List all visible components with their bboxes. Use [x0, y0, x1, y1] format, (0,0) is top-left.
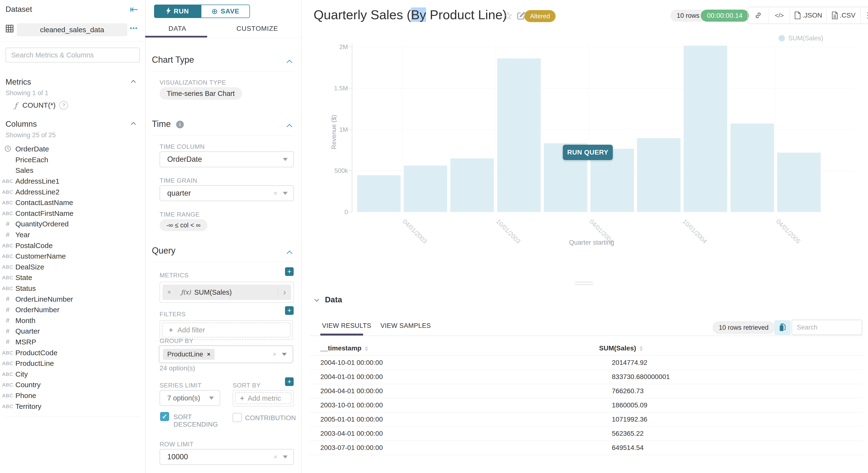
column-item[interactable]: #MSRP — [0, 337, 145, 348]
collapse-sidebar-icon[interactable]: ⇤ — [130, 3, 138, 15]
altered-badge[interactable]: Altered — [524, 10, 556, 22]
menu-icon[interactable] — [861, 7, 868, 24]
group-by-tag[interactable]: ProductLine × — [163, 349, 215, 360]
remove-metric-icon[interactable]: × — [162, 288, 176, 296]
add-filter-button[interactable]: + — [285, 306, 294, 315]
time-range-value[interactable]: -∞ ≤ col < ∞ — [160, 219, 207, 231]
series-limit-select[interactable]: 7 option(s) — [160, 390, 220, 406]
column-header-sum-sales[interactable]: SUM(Sales) — [599, 344, 643, 352]
expand-metric-icon[interactable]: › — [278, 287, 291, 297]
column-item[interactable]: ABCState — [0, 272, 145, 283]
column-item[interactable]: ABCContactFirstName — [0, 208, 145, 219]
edit-title-icon[interactable] — [517, 11, 525, 21]
run-button[interactable]: RUN — [154, 5, 201, 18]
chart-bar[interactable] — [777, 153, 821, 212]
tab-customize[interactable]: CUSTOMIZE — [237, 25, 278, 32]
columns-collapse-icon[interactable] — [131, 122, 136, 127]
table-row[interactable]: 2004-04-01 00:00:00766260.73 — [310, 384, 863, 398]
column-item[interactable]: #OrderLineNumber — [0, 294, 145, 305]
column-header-timestamp[interactable]: __timestamp — [320, 344, 599, 352]
chart-title[interactable]: Quarterly Sales (By Product Line) — [314, 7, 507, 22]
column-item[interactable]: ABCAddressLine1 — [0, 176, 145, 187]
column-item[interactable]: PriceEach — [0, 155, 145, 165]
table-row[interactable]: 2004-10-01 00:00:002014774.92 — [310, 355, 863, 370]
column-item[interactable]: ABCStatus — [0, 283, 145, 294]
table-row[interactable]: 2003-10-01 00:00:001860005.09 — [310, 398, 863, 412]
pane-resize-handle[interactable] — [575, 282, 593, 282]
dataset-name[interactable]: cleaned_sales_data — [17, 23, 127, 36]
metric-item[interactable]: ƒ COUNT(*) ? — [9, 101, 68, 109]
chart-bar[interactable] — [731, 124, 774, 212]
table-row[interactable]: 2005-01-01 00:00:001071992.36 — [310, 412, 863, 427]
tab-data[interactable]: DATA — [168, 25, 186, 32]
clear-icon[interactable]: × — [272, 350, 277, 358]
row-limit-select[interactable]: 10000 × — [160, 449, 294, 465]
export-json-button[interactable]: .JSON — [790, 7, 827, 24]
sort-icon[interactable] — [640, 346, 643, 351]
column-item[interactable]: ABCAddressLine2 — [0, 187, 145, 197]
column-item[interactable]: Sales — [0, 165, 145, 176]
table-search-input[interactable] — [792, 320, 862, 335]
table-row[interactable]: 2003-07-01 00:00:00649514.54 — [310, 441, 863, 455]
column-item[interactable]: #Quarter — [0, 326, 145, 337]
column-item[interactable]: OrderDate — [0, 144, 145, 155]
chart-bar[interactable] — [404, 166, 447, 212]
column-item[interactable]: ABCTerritory — [0, 401, 145, 412]
metrics-collapse-icon[interactable] — [131, 80, 136, 85]
search-metrics-input[interactable] — [5, 48, 140, 62]
column-item[interactable]: ABCContactLastName — [0, 197, 145, 208]
column-item[interactable]: ABCDealSize — [0, 262, 145, 273]
column-item[interactable]: #OrderNumber — [0, 305, 145, 315]
column-item[interactable]: ABCCustomerName — [0, 251, 145, 262]
legend-marker[interactable] — [779, 35, 785, 41]
viz-type-value[interactable]: Time-series Bar Chart — [160, 87, 242, 100]
table-row[interactable]: 2004-01-01 00:00:00833730.680000001 — [310, 370, 863, 384]
chart-bar[interactable] — [357, 175, 401, 212]
chart-bar[interactable] — [637, 138, 681, 212]
chart-bar[interactable] — [450, 158, 494, 212]
group-by-select[interactable]: ProductLine × × — [159, 345, 293, 364]
query-collapse-icon[interactable] — [286, 250, 292, 256]
dataset-options-icon[interactable]: ••• — [130, 25, 138, 32]
add-sort-metric-button[interactable]: + — [285, 377, 294, 386]
time-collapse-icon[interactable] — [286, 124, 292, 130]
chart-type-collapse-icon[interactable] — [286, 60, 292, 65]
tab-view-results[interactable]: VIEW RESULTS — [322, 322, 371, 329]
add-filter-dropzone[interactable]: + Add filter — [162, 322, 290, 338]
time-grain-select[interactable]: quarter × — [160, 185, 294, 201]
metric-pill[interactable]: × ƒ(x) SUM(Sales) › — [162, 285, 291, 300]
column-item[interactable]: ABCCountry — [0, 379, 145, 390]
share-link-icon[interactable] — [748, 7, 769, 24]
clear-icon[interactable]: × — [273, 189, 278, 197]
data-panel-collapse-icon[interactable] — [314, 297, 319, 302]
remove-tag-icon[interactable]: × — [207, 351, 210, 358]
column-item[interactable]: #QuantityOrdered — [0, 219, 145, 229]
save-button[interactable]: ⊕ SAVE — [201, 5, 250, 18]
run-query-button[interactable]: RUN QUERY — [563, 145, 613, 160]
help-icon[interactable]: ? — [59, 101, 68, 109]
column-item[interactable]: ABCProductLine — [0, 358, 145, 369]
column-item[interactable]: #Month — [0, 315, 145, 326]
table-row[interactable]: 2003-04-01 00:00:00562365.22 — [310, 427, 863, 441]
legend-label[interactable]: SUM(Sales) — [788, 35, 823, 42]
column-item[interactable]: ABCPostalCode — [0, 240, 145, 251]
copy-data-button[interactable] — [774, 320, 790, 335]
column-item[interactable]: ABCCity — [0, 369, 145, 379]
pane-resize-handle[interactable] — [575, 284, 593, 285]
chart-bar[interactable] — [497, 58, 541, 212]
add-metric-button[interactable]: + — [285, 267, 294, 276]
clear-icon[interactable]: × — [273, 453, 278, 461]
favorite-star-icon[interactable]: ☆ — [503, 10, 513, 22]
sort-icon[interactable] — [365, 346, 368, 351]
add-sort-metric-dropzone[interactable]: + Add metric — [235, 392, 291, 404]
tab-view-samples[interactable]: VIEW SAMPLES — [380, 322, 431, 329]
column-item[interactable]: #Year — [0, 229, 145, 240]
sort-descending-checkbox[interactable]: ✓ — [160, 412, 169, 421]
embed-code-icon[interactable]: </> — [769, 7, 790, 24]
column-item[interactable]: ABCProductCode — [0, 347, 145, 358]
column-item[interactable]: ABCPhone — [0, 390, 145, 401]
export-csv-button[interactable]: .CSV — [827, 7, 861, 24]
chart-bar[interactable] — [684, 46, 727, 212]
contribution-checkbox[interactable] — [232, 413, 242, 422]
time-column-select[interactable]: OrderDate — [160, 151, 294, 167]
